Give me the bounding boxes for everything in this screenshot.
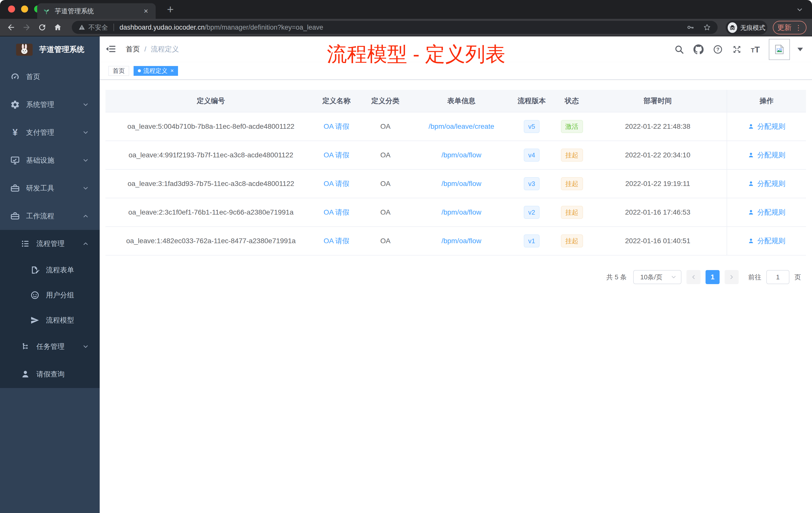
dashboard-icon	[9, 72, 21, 82]
tab-strip: 芋道管理系统 × +	[0, 0, 812, 19]
goto-label: 前往	[748, 273, 761, 281]
definition-category: OA	[356, 122, 414, 130]
page-size-select[interactable]: 10条/页	[633, 270, 682, 284]
bookmark-star-icon[interactable]	[703, 23, 711, 31]
sidebar-item-process-model[interactable]: 流程模型	[0, 308, 100, 333]
assign-rule-link[interactable]: 分配规则	[757, 150, 785, 160]
assign-rule-link[interactable]: 分配规则	[757, 236, 785, 246]
column-header: 部署时间	[589, 96, 727, 105]
version-badge: v2	[524, 206, 540, 219]
sidebar-item-payment[interactable]: ¥ 支付管理	[0, 118, 100, 146]
select-chevron-down-icon	[670, 274, 677, 280]
row-actions: 分配规则	[727, 227, 806, 255]
pagination-total: 共 5 条	[606, 273, 627, 281]
main-area: 首页 / 流程定义 流程模型 - 定义列表 ? TT 首页 流程定义	[100, 36, 812, 513]
browser-menu-kebab-icon[interactable]: ⋮	[795, 24, 802, 32]
github-icon[interactable]	[693, 44, 704, 55]
password-key-icon[interactable]	[687, 23, 695, 31]
breadcrumb-home[interactable]: 首页	[126, 44, 140, 54]
not-secure-warning-icon	[78, 24, 85, 31]
definition-name-link[interactable]: OA 请假	[324, 208, 349, 216]
close-window-button[interactable]	[8, 5, 15, 12]
forward-icon[interactable]	[22, 23, 31, 32]
deploy-time: 2022-01-22 20:34:10	[589, 151, 727, 159]
sidebar-item-label: 基础设施	[26, 156, 82, 165]
sidebar-item-process-management[interactable]: 流程管理	[0, 230, 100, 258]
page-content: 定义编号 定义名称 定义分类 表单信息 流程版本 状态 部署时间 操作 oa_l…	[100, 80, 812, 513]
sidebar-item-leave-query[interactable]: 请假查询	[0, 360, 100, 388]
definition-category: OA	[356, 208, 414, 216]
yen-icon: ¥	[9, 127, 21, 138]
form-link[interactable]: /bpm/oa/flow	[441, 208, 481, 216]
form-link[interactable]: /bpm/oa/flow	[441, 237, 481, 245]
browser-update-button[interactable]: 更新 ⋮	[773, 21, 807, 34]
assign-user-icon	[748, 180, 754, 187]
search-icon[interactable]	[674, 44, 684, 55]
sidebar-item-label: 请假查询	[36, 369, 89, 379]
tag-close-icon[interactable]: ×	[171, 67, 174, 74]
breadcrumb-separator: /	[144, 45, 146, 53]
assign-rule-link[interactable]: 分配规则	[757, 179, 785, 188]
sidebar-item-infrastructure[interactable]: 基础设施	[0, 146, 100, 174]
definition-name-link[interactable]: OA 请假	[324, 237, 349, 245]
list-icon	[19, 239, 31, 248]
assign-rule-link[interactable]: 分配规则	[757, 122, 785, 131]
sidebar-item-label: 工作流程	[26, 211, 82, 221]
sidebar-item-label: 任务管理	[36, 342, 82, 351]
definition-name-link[interactable]: OA 请假	[324, 180, 349, 187]
avatar-caret-icon[interactable]	[798, 48, 803, 51]
app-root: 芋道管理系统 首页 系统管理 ¥ 支付管理 基础设施 研发工具 工作	[0, 36, 812, 513]
sidebar-item-label: 系统管理	[26, 100, 82, 110]
row-actions: 分配规则	[727, 141, 806, 169]
sidebar-item-home[interactable]: 首页	[0, 63, 100, 91]
tag-home[interactable]: 首页	[109, 66, 129, 76]
tag-process-definition[interactable]: 流程定义 ×	[134, 66, 178, 76]
sidebar-item-task-management[interactable]: 任务管理	[0, 333, 100, 360]
definition-id: oa_leave:2:3c1f0ef1-76b1-11ec-9c66-a2380…	[106, 208, 316, 216]
favicon-seedling-icon	[43, 7, 50, 15]
assign-user-icon	[748, 123, 754, 130]
next-page-button[interactable]	[725, 270, 739, 284]
back-icon[interactable]	[6, 23, 16, 32]
fullscreen-icon[interactable]	[732, 44, 742, 55]
address-bar[interactable]: 不安全 dashboard.yudao.iocoder.cn/bpm/manag…	[72, 21, 718, 34]
definition-name-link[interactable]: OA 请假	[324, 151, 349, 159]
browser-tab[interactable]: 芋道管理系统 ×	[37, 3, 156, 19]
tab-close-icon[interactable]: ×	[142, 6, 150, 16]
assign-rule-link[interactable]: 分配规则	[757, 208, 785, 217]
security-label[interactable]: 不安全	[88, 23, 108, 32]
sidebar-item-label: 流程模型	[46, 315, 89, 325]
monitor-icon	[9, 155, 21, 165]
avatar[interactable]	[769, 39, 790, 60]
sidebar-item-workflow[interactable]: 工作流程	[0, 202, 100, 230]
row-actions: 分配规则	[727, 113, 806, 141]
prev-page-button[interactable]	[687, 270, 700, 284]
column-header: 定义编号	[106, 96, 316, 105]
minimize-window-button[interactable]	[21, 5, 28, 12]
tag-active-dot	[138, 69, 141, 72]
sidebar-item-process-form[interactable]: 流程表单	[0, 258, 100, 282]
chevron-down-icon	[82, 343, 89, 350]
form-link[interactable]: /bpm/oa/flow	[441, 151, 481, 159]
form-edit-icon	[29, 265, 41, 275]
font-size-icon[interactable]: TT	[751, 45, 760, 54]
sidebar-item-dev-tools[interactable]: 研发工具	[0, 174, 100, 202]
sidebar-item-system[interactable]: 系统管理	[0, 91, 100, 118]
goto-page-input[interactable]	[766, 270, 789, 284]
tab-search-chevron-icon[interactable]	[796, 6, 804, 13]
reload-icon[interactable]	[38, 23, 47, 32]
home-icon[interactable]	[53, 23, 62, 32]
help-icon[interactable]: ?	[713, 44, 723, 55]
assign-user-icon	[748, 152, 754, 158]
new-tab-button[interactable]: +	[165, 3, 176, 16]
definition-name-link[interactable]: OA 请假	[324, 122, 349, 130]
sidebar-item-user-group[interactable]: 用户分组	[0, 282, 100, 308]
page-number-active[interactable]: 1	[705, 270, 720, 284]
form-link[interactable]: /bpm/oa/leave/create	[429, 122, 494, 130]
tab-title: 芋道管理系统	[55, 7, 142, 16]
omnibox-divider	[114, 24, 114, 31]
sidebar-toggle-hamburger-icon[interactable]	[105, 43, 116, 55]
form-link[interactable]: /bpm/oa/flow	[441, 180, 481, 187]
app-logo-row[interactable]: 芋道管理系统	[0, 36, 100, 63]
chevron-up-icon	[82, 240, 89, 247]
